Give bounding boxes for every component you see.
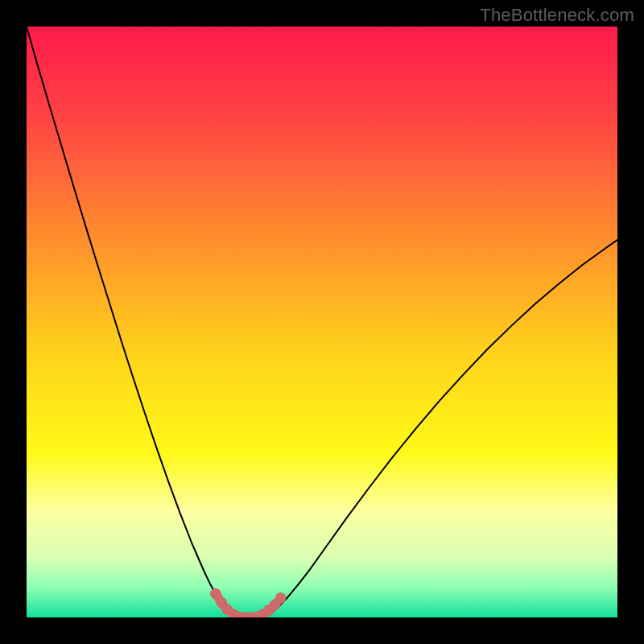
plot-svg	[27, 27, 617, 617]
chart-frame: TheBottleneck.com	[0, 0, 644, 644]
watermark-text: TheBottleneck.com	[480, 5, 634, 26]
series-floor-highlight-dot	[275, 592, 287, 604]
plot-area	[27, 27, 617, 617]
